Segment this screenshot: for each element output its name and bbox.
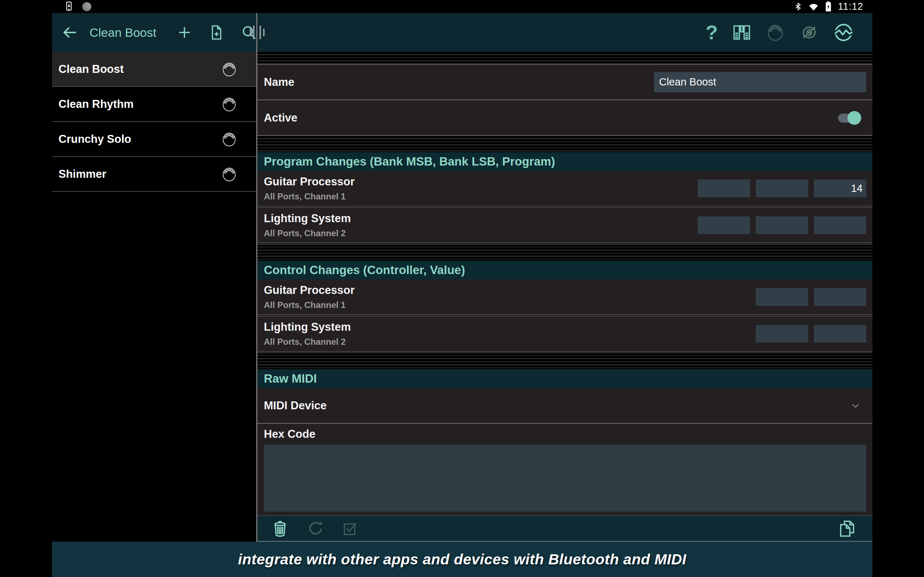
chevron-down-icon[interactable] — [848, 398, 863, 413]
pane-drag-handle-icon[interactable] — [260, 26, 261, 39]
value-field[interactable] — [814, 325, 866, 343]
bank-lsb-field[interactable] — [756, 180, 808, 197]
name-row: Name — [257, 64, 872, 100]
section-stripe-separator — [257, 353, 872, 369]
window-body: Clean Boost Clean Rhythm — [52, 52, 872, 542]
midi-din-icon — [221, 61, 237, 77]
search-icon[interactable] — [241, 24, 257, 41]
top-toolbar: Clean Boost — [52, 13, 872, 52]
clock-time: 11:12 — [838, 1, 863, 12]
program-changes-header: Program Changes (Bank MSB, Bank LSB, Pro… — [257, 152, 872, 171]
midi-device-label: MIDI Device — [264, 399, 327, 412]
pane-drag-handle-icon[interactable] — [253, 26, 254, 39]
program-change-row[interactable]: Guitar Processor All Ports, Channel 1 14 — [257, 171, 872, 206]
preset-item-clean-boost[interactable]: Clean Boost — [52, 52, 256, 87]
bank-lsb-field[interactable] — [756, 216, 808, 234]
section-stripe-separator — [257, 136, 872, 152]
value-field[interactable] — [814, 288, 866, 306]
hex-code-label: Hex Code — [264, 428, 315, 441]
pane-drag-handle-icon[interactable] — [263, 29, 265, 36]
program-change-row[interactable]: Lighting System All Ports, Channel 2 — [257, 208, 872, 243]
editor-scroll-area: Name Active — [257, 52, 872, 515]
device-name: Guitar Processor — [264, 284, 355, 297]
bluetooth-midi-icon[interactable] — [834, 23, 854, 43]
bank-msb-field[interactable] — [698, 180, 750, 197]
copy-icon[interactable] — [837, 519, 857, 539]
midi-connector-icon[interactable] — [766, 23, 785, 42]
select-all-icon[interactable] — [341, 520, 359, 537]
notification-circle-icon — [82, 2, 91, 11]
active-row: Active — [257, 100, 872, 135]
midi-commands-icon[interactable] — [732, 23, 751, 42]
raw-midi-header: Raw MIDI — [257, 369, 872, 388]
active-label: Active — [264, 111, 297, 124]
pane-drag-handle-icon[interactable] — [250, 29, 251, 36]
editor-panel: Name Active — [257, 52, 872, 542]
preset-item-crunchy-solo[interactable]: Crunchy Solo — [52, 122, 256, 157]
battery-charging-icon — [825, 1, 832, 12]
midi-din-icon — [221, 131, 237, 148]
hex-code-section: Hex Code — [257, 424, 872, 515]
device-name: Lighting System — [264, 212, 351, 225]
toggle-thumb — [848, 111, 861, 125]
control-change-row[interactable]: Guitar Processor All Ports, Channel 1 — [257, 279, 872, 314]
help-icon[interactable]: ? — [706, 23, 718, 43]
bottom-toolbar — [257, 515, 872, 542]
status-bar: 11:12 — [0, 0, 924, 13]
midi-din-icon — [221, 96, 237, 113]
phone-download-icon — [64, 1, 74, 12]
bluetooth-icon — [794, 2, 802, 11]
active-toggle[interactable] — [837, 111, 861, 125]
controller-field[interactable] — [756, 325, 808, 343]
program-field[interactable] — [814, 216, 866, 234]
control-changes-header: Control Changes (Controller, Value) — [257, 261, 872, 279]
device-name: Lighting System — [264, 321, 351, 334]
add-file-icon[interactable] — [208, 24, 225, 41]
undo-icon[interactable] — [307, 520, 325, 538]
back-arrow-icon[interactable] — [61, 24, 78, 41]
midi-sync-icon[interactable] — [800, 23, 819, 42]
device-name: Guitar Processor — [264, 175, 355, 188]
delete-icon[interactable] — [270, 519, 290, 538]
add-icon[interactable] — [176, 24, 192, 40]
device-ports: All Ports, Channel 2 — [264, 337, 351, 347]
screen: 11:12 Clean Boost — [0, 0, 924, 577]
page-title: Clean Boost — [89, 26, 156, 40]
control-change-row[interactable]: Lighting System All Ports, Channel 2 — [257, 316, 872, 351]
preset-item-clean-rhythm[interactable]: Clean Rhythm — [52, 87, 256, 122]
midi-device-row[interactable]: MIDI Device — [257, 388, 872, 423]
pane-divider-line — [256, 13, 257, 52]
controller-field[interactable] — [756, 288, 808, 306]
device-ports: All Ports, Channel 1 — [264, 300, 355, 310]
hex-code-input[interactable] — [264, 445, 866, 512]
program-field[interactable]: 14 — [814, 180, 866, 197]
bank-msb-field[interactable] — [698, 216, 750, 234]
wifi-icon — [808, 2, 819, 11]
banner-text: integrate with other apps and devices wi… — [238, 551, 686, 568]
ad-banner[interactable]: integrate with other apps and devices wi… — [52, 542, 872, 577]
name-input[interactable] — [654, 72, 866, 92]
device-ports: All Ports, Channel 2 — [264, 228, 351, 239]
section-stripe-separator — [257, 245, 872, 261]
preset-item-shimmer[interactable]: Shimmer — [52, 157, 256, 192]
preset-list: Clean Boost Clean Rhythm — [52, 52, 256, 542]
app-window: Clean Boost — [52, 13, 872, 577]
midi-din-icon — [221, 166, 237, 182]
device-ports: All Ports, Channel 1 — [264, 192, 355, 201]
name-label: Name — [264, 76, 294, 89]
section-stripe-separator — [257, 52, 872, 64]
